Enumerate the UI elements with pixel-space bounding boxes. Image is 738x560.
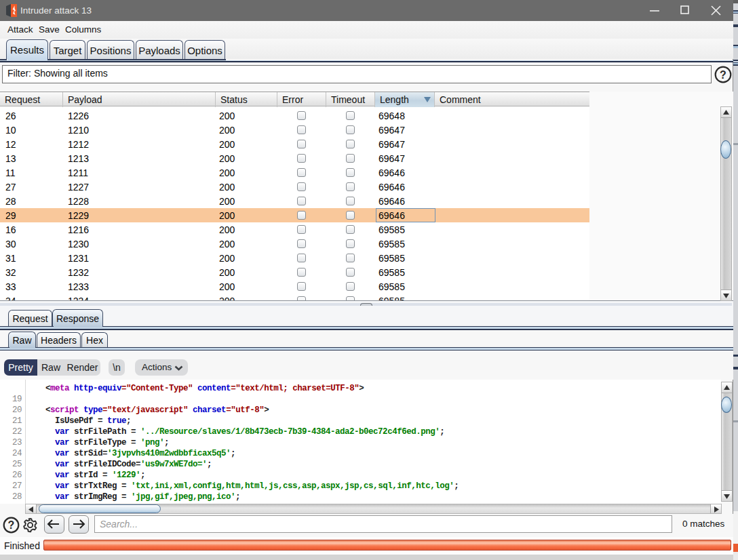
svg-text:?: ?: [8, 519, 15, 531]
svg-text:?: ?: [720, 69, 726, 81]
